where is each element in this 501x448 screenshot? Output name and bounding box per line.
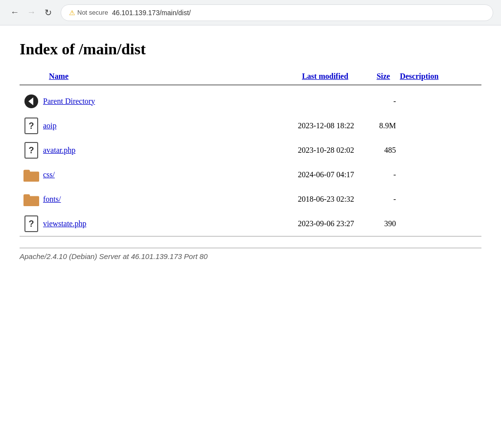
file-description: [398, 212, 481, 236]
file-name-cell: ? viewstate.php: [20, 212, 248, 236]
file-link[interactable]: fonts/: [43, 195, 61, 204]
reload-button[interactable]: ↻: [41, 6, 55, 20]
col-header-description[interactable]: Description: [398, 70, 481, 85]
file-link[interactable]: avatar.php: [43, 146, 75, 155]
file-modified: 2018-06-23 02:32: [248, 187, 356, 212]
page-title: Index of /main/dist: [20, 40, 481, 58]
warning-icon: ⚠: [69, 9, 75, 17]
file-icon: ?: [23, 142, 39, 158]
security-indicator: ⚠ Not secure: [69, 9, 108, 17]
file-modified: 2023-09-06 23:27: [248, 212, 356, 236]
svg-rect-9: [23, 194, 30, 198]
file-size: 390: [356, 212, 398, 236]
file-modified: 2023-12-08 18:22: [248, 114, 356, 138]
table-header-row: Name Last modified Size Description: [20, 70, 481, 85]
svg-text:?: ?: [29, 121, 34, 131]
file-modified: [248, 89, 356, 114]
table-row: ? aoip 2023-12-08 18:228.9M: [20, 114, 481, 138]
file-size: -: [356, 89, 398, 114]
file-icon: ?: [23, 118, 39, 134]
col-header-last-modified[interactable]: Last modified: [248, 70, 356, 85]
table-row: Parent Directory -: [20, 89, 481, 114]
file-size: -: [356, 163, 398, 187]
back-button[interactable]: ←: [8, 6, 22, 20]
svg-text:?: ?: [29, 145, 34, 155]
server-footer: Apache/2.4.10 (Debian) Server at 46.101.…: [20, 248, 481, 260]
table-row: ? viewstate.php 2023-09-06 23:27390: [20, 212, 481, 236]
file-size: 485: [356, 138, 398, 163]
table-separator-bottom: [20, 236, 481, 240]
file-description: [398, 138, 481, 163]
parent-dir-icon: [23, 94, 39, 109]
col-header-name[interactable]: Name: [20, 70, 248, 85]
file-name-cell: css/: [20, 163, 248, 187]
file-name-cell: Parent Directory: [20, 89, 248, 114]
file-description: [398, 89, 481, 114]
directory-table: Name Last modified Size Description Pare…: [20, 70, 481, 240]
file-modified: 2023-10-28 02:02: [248, 138, 356, 163]
page-content: Index of /main/dist Name Last modified S…: [0, 25, 501, 275]
file-icon: ?: [23, 216, 39, 232]
file-link[interactable]: Parent Directory: [43, 97, 95, 106]
table-row: css/ 2024-06-07 04:17-: [20, 163, 481, 187]
forward-button[interactable]: →: [24, 6, 38, 20]
table-row: fonts/ 2018-06-23 02:32-: [20, 187, 481, 212]
svg-text:?: ?: [29, 219, 34, 229]
file-description: [398, 163, 481, 187]
file-size: -: [356, 187, 398, 212]
address-bar[interactable]: ⚠ Not secure 46.101.139.173/main/dist/: [61, 4, 493, 21]
file-size: 8.9M: [356, 114, 398, 138]
col-header-size[interactable]: Size: [356, 70, 398, 85]
url-display: 46.101.139.173/main/dist/: [112, 9, 191, 17]
folder-icon: [23, 191, 39, 207]
file-link[interactable]: css/: [43, 170, 55, 179]
browser-chrome: ← → ↻ ⚠ Not secure 46.101.139.173/main/d…: [0, 0, 501, 25]
table-row: ? avatar.php 2023-10-28 02:02485: [20, 138, 481, 163]
file-link[interactable]: viewstate.php: [43, 219, 86, 228]
file-name-cell: ? avatar.php: [20, 138, 248, 163]
nav-buttons: ← → ↻: [8, 6, 55, 20]
file-description: [398, 187, 481, 212]
table-separator-top: [20, 85, 481, 89]
security-label: Not secure: [77, 9, 108, 16]
file-modified: 2024-06-07 04:17: [248, 163, 356, 187]
file-link[interactable]: aoip: [43, 121, 57, 130]
file-name-cell: fonts/: [20, 187, 248, 212]
folder-icon: [23, 167, 39, 183]
file-description: [398, 114, 481, 138]
file-name-cell: ? aoip: [20, 114, 248, 138]
svg-rect-7: [23, 169, 30, 173]
